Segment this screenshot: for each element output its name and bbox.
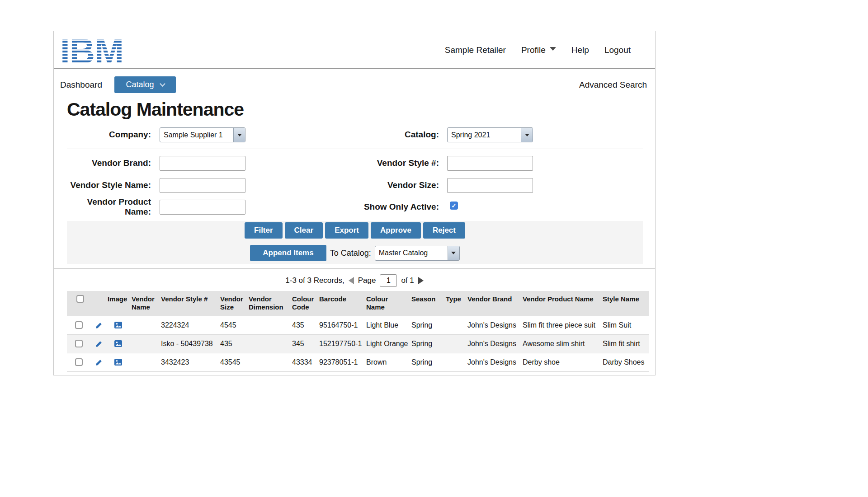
- column-header-vendor-name: Vendor Name: [132, 291, 161, 316]
- cell-season: Spring: [411, 353, 446, 371]
- cell-colour-name: Light Orange: [366, 334, 411, 353]
- chevron-down-icon: [550, 47, 556, 51]
- vendor-product-name-input[interactable]: [160, 200, 245, 215]
- cell-vendor-style-number: 3224324: [161, 316, 220, 334]
- vendor-style-number-label: Vendor Style #:: [355, 158, 439, 168]
- dropdown-arrow-icon[interactable]: [521, 128, 533, 142]
- edit-icon[interactable]: [93, 340, 105, 347]
- page-number-input[interactable]: [380, 274, 397, 287]
- edit-icon[interactable]: [93, 322, 105, 329]
- top-links: Sample Retailer Profile Help Logout: [445, 31, 631, 69]
- cell-season: Spring: [411, 316, 446, 334]
- cell-vendor-brand: John's Designs: [467, 334, 523, 353]
- table-row: Isko - 50439738 435 345 152197750-1 Ligh…: [67, 334, 649, 353]
- vendor-product-name-label: Vendor Product Name:: [67, 197, 151, 217]
- column-header-style-name: Style Name: [603, 291, 649, 316]
- export-button[interactable]: Export: [325, 222, 368, 239]
- row-checkbox[interactable]: [75, 358, 83, 366]
- cell-style-name: Slim fit shirt: [603, 334, 649, 353]
- cell-vendor-name: [132, 316, 161, 334]
- column-header-season: Season: [411, 291, 446, 316]
- append-items-button[interactable]: Append Items: [250, 245, 326, 261]
- approve-button[interactable]: Approve: [371, 222, 421, 239]
- logout-link[interactable]: Logout: [604, 45, 631, 55]
- cell-vendor-style-number: 3432423: [161, 353, 220, 371]
- profile-menu[interactable]: Profile: [521, 45, 556, 55]
- table-row: 3224324 4545 435 95164750-1 Light Blue S…: [67, 316, 649, 334]
- column-header-colour-code: Colour Code: [292, 291, 319, 316]
- column-header-colour-name: Colour Name: [366, 291, 411, 316]
- cell-type: [446, 316, 467, 334]
- vendor-style-number-input[interactable]: [447, 156, 533, 171]
- vendor-style-name-label: Vendor Style Name:: [67, 180, 151, 190]
- row-checkbox[interactable]: [75, 340, 83, 347]
- account-name: Sample Retailer: [445, 45, 506, 55]
- cell-colour-code: 43334: [292, 353, 319, 371]
- action-button-row: Filter Clear Export Approve Reject: [67, 222, 643, 239]
- filter-button[interactable]: Filter: [245, 222, 283, 239]
- column-header-type: Type: [446, 291, 467, 316]
- dropdown-arrow-icon[interactable]: [448, 246, 459, 260]
- catalog-label: Catalog:: [355, 130, 439, 140]
- svg-text:IBM: IBM: [60, 38, 123, 64]
- vendor-brand-input[interactable]: [160, 156, 245, 171]
- vendor-brand-label: Vendor Brand:: [67, 158, 151, 168]
- reject-button[interactable]: Reject: [423, 222, 465, 239]
- append-row: Append Items To Catalog: Master Catalog: [67, 245, 643, 261]
- row-checkbox[interactable]: [75, 321, 83, 329]
- to-catalog-label: To Catalog:: [330, 248, 371, 258]
- next-page-icon[interactable]: [418, 277, 424, 284]
- catalog-select[interactable]: Spring 2021: [447, 127, 533, 142]
- column-header-vendor-product-name: Vendor Product Name: [523, 291, 603, 316]
- cell-type: [446, 334, 467, 353]
- vendor-size-input[interactable]: [447, 178, 533, 193]
- top-bar: IBM Sample Retailer Profile Help Logout: [54, 31, 655, 69]
- show-only-active-checkbox[interactable]: ✓: [450, 202, 458, 210]
- edit-column-header: [93, 291, 108, 316]
- page-title: Catalog Maintenance: [67, 99, 244, 120]
- cell-colour-name: Brown: [366, 353, 411, 371]
- cell-barcode: 95164750-1: [319, 316, 366, 334]
- cell-style-name: Darby Shoes: [603, 353, 649, 371]
- cell-vendor-style-number: Isko - 50439738: [161, 334, 220, 353]
- cell-barcode: 92378051-1: [319, 353, 366, 371]
- action-band: Filter Clear Export Approve Reject Appen…: [67, 221, 643, 264]
- advanced-search-link[interactable]: Advanced Search: [579, 76, 647, 93]
- column-header-vendor-dimension: Vendor Dimension: [249, 291, 292, 316]
- column-header-vendor-size: Vendor Size: [220, 291, 249, 316]
- show-only-active-label: Show Only Active:: [355, 202, 439, 212]
- cell-vendor-brand: John's Designs: [467, 316, 523, 334]
- cell-season: Spring: [411, 334, 446, 353]
- cell-type: [446, 353, 467, 371]
- prev-page-icon[interactable]: [349, 277, 354, 284]
- cell-barcode: 152197750-1: [319, 334, 366, 353]
- page-label: Page: [358, 276, 376, 285]
- company-select[interactable]: Sample Supplier 1: [160, 127, 245, 142]
- column-header-barcode: Barcode: [319, 291, 366, 316]
- help-link[interactable]: Help: [571, 45, 589, 55]
- catalog-select-value: Spring 2021: [448, 131, 521, 139]
- dropdown-arrow-icon[interactable]: [233, 128, 245, 142]
- to-catalog-select[interactable]: Master Catalog: [375, 246, 460, 261]
- edit-icon[interactable]: [93, 359, 105, 366]
- cell-vendor-name: [132, 353, 161, 371]
- clear-button[interactable]: Clear: [285, 222, 323, 239]
- cell-vendor-dimension: [249, 353, 292, 371]
- vendor-style-name-input[interactable]: [160, 178, 245, 193]
- cell-vendor-name: [132, 334, 161, 353]
- table-row: 3432423 43545 43334 92378051-1 Brown Spr…: [67, 353, 649, 371]
- image-icon[interactable]: [108, 340, 129, 347]
- column-header-vendor-brand: Vendor Brand: [467, 291, 523, 316]
- image-icon[interactable]: [108, 322, 129, 328]
- cell-vendor-size: 4545: [220, 316, 249, 334]
- catalog-menu-button[interactable]: Catalog: [114, 76, 176, 93]
- select-all-checkbox[interactable]: [76, 295, 84, 303]
- cell-vendor-product-name: Awesome slim shirt: [523, 334, 603, 353]
- nav-dashboard[interactable]: Dashboard: [60, 76, 102, 93]
- image-icon[interactable]: [108, 359, 129, 366]
- form-divider: [67, 149, 643, 149]
- results-divider: [54, 268, 655, 269]
- cell-vendor-size: 43545: [220, 353, 249, 371]
- table-header-row: Image Vendor Name Vendor Style # Vendor …: [67, 291, 649, 316]
- cell-vendor-size: 435: [220, 334, 249, 353]
